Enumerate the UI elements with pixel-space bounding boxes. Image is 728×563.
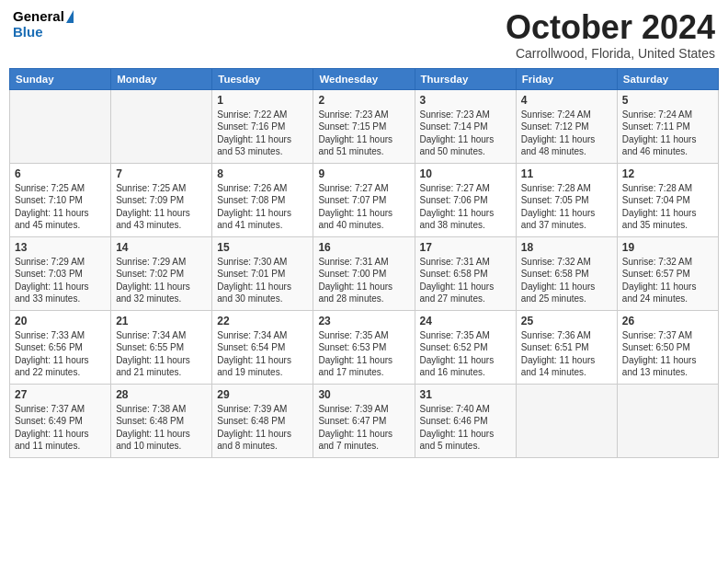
cell-details: Sunrise: 7:35 AMSunset: 6:53 PMDaylight:… (318, 329, 409, 379)
page-header: General Blue October 2024 Carrollwood, F… (9, 9, 719, 61)
cell-details: Sunrise: 7:23 AMSunset: 7:15 PMDaylight:… (318, 109, 409, 158)
day-number: 26 (622, 315, 713, 327)
calendar-week-row: 1Sunrise: 7:22 AMSunset: 7:16 PMDaylight… (10, 89, 719, 163)
calendar-cell: 30Sunrise: 7:39 AMSunset: 6:47 PMDayligh… (313, 384, 415, 457)
cell-details: Sunrise: 7:25 AMSunset: 7:09 PMDaylight:… (116, 182, 207, 232)
month-title: October 2024 (506, 9, 715, 46)
cell-details: Sunrise: 7:28 AMSunset: 7:04 PMDaylight:… (622, 182, 713, 232)
day-number: 14 (116, 241, 207, 254)
cell-details: Sunrise: 7:32 AMSunset: 6:57 PMDaylight:… (622, 256, 713, 305)
location-text: Carrollwood, Florida, United States (506, 46, 715, 61)
day-number: 27 (15, 388, 106, 401)
calendar-table: Sunday Monday Tuesday Wednesday Thursday… (9, 68, 719, 458)
col-sunday: Sunday (10, 68, 111, 89)
col-friday: Friday (516, 68, 617, 89)
day-number: 18 (521, 241, 612, 254)
cell-details: Sunrise: 7:29 AMSunset: 7:03 PMDaylight:… (15, 256, 106, 305)
day-number: 10 (420, 167, 511, 180)
calendar-cell: 9Sunrise: 7:27 AMSunset: 7:07 PMDaylight… (313, 163, 415, 236)
calendar-cell (10, 89, 111, 163)
cell-details: Sunrise: 7:39 AMSunset: 6:48 PMDaylight:… (217, 403, 308, 453)
day-number: 30 (318, 388, 409, 401)
day-number: 12 (622, 167, 713, 180)
cell-details: Sunrise: 7:34 AMSunset: 6:55 PMDaylight:… (116, 329, 207, 379)
calendar-cell: 8Sunrise: 7:26 AMSunset: 7:08 PMDaylight… (212, 163, 313, 236)
calendar-cell (516, 384, 617, 457)
calendar-cell (111, 89, 212, 163)
calendar-cell: 5Sunrise: 7:24 AMSunset: 7:11 PMDaylight… (617, 89, 718, 163)
logo-blue-text: Blue (13, 25, 74, 40)
day-number: 9 (318, 167, 409, 180)
cell-details: Sunrise: 7:31 AMSunset: 6:58 PMDaylight:… (420, 256, 511, 305)
day-number: 8 (217, 167, 308, 180)
cell-details: Sunrise: 7:26 AMSunset: 7:08 PMDaylight:… (217, 182, 308, 232)
day-number: 6 (15, 167, 106, 180)
calendar-cell: 17Sunrise: 7:31 AMSunset: 6:58 PMDayligh… (415, 236, 516, 310)
day-number: 15 (217, 241, 308, 254)
day-number: 3 (420, 94, 511, 107)
cell-details: Sunrise: 7:22 AMSunset: 7:16 PMDaylight:… (217, 109, 308, 158)
calendar-cell: 11Sunrise: 7:28 AMSunset: 7:05 PMDayligh… (516, 163, 617, 236)
calendar-cell: 24Sunrise: 7:35 AMSunset: 6:52 PMDayligh… (415, 310, 516, 384)
day-number: 7 (116, 167, 207, 180)
cell-details: Sunrise: 7:34 AMSunset: 6:54 PMDaylight:… (217, 329, 308, 379)
calendar-header: Sunday Monday Tuesday Wednesday Thursday… (10, 68, 719, 89)
calendar-cell: 18Sunrise: 7:32 AMSunset: 6:58 PMDayligh… (516, 236, 617, 310)
cell-details: Sunrise: 7:25 AMSunset: 7:10 PMDaylight:… (15, 182, 106, 232)
day-number: 20 (15, 315, 106, 327)
calendar-cell (617, 384, 718, 457)
calendar-cell: 13Sunrise: 7:29 AMSunset: 7:03 PMDayligh… (10, 236, 111, 310)
day-number: 2 (318, 94, 409, 107)
calendar-cell: 7Sunrise: 7:25 AMSunset: 7:09 PMDaylight… (111, 163, 212, 236)
day-number: 5 (622, 94, 713, 107)
day-number: 22 (217, 315, 308, 327)
calendar-cell: 16Sunrise: 7:31 AMSunset: 7:00 PMDayligh… (313, 236, 415, 310)
cell-details: Sunrise: 7:33 AMSunset: 6:56 PMDaylight:… (15, 329, 106, 379)
logo: General Blue (13, 9, 74, 40)
cell-details: Sunrise: 7:24 AMSunset: 7:11 PMDaylight:… (622, 109, 713, 158)
col-thursday: Thursday (415, 68, 516, 89)
cell-details: Sunrise: 7:28 AMSunset: 7:05 PMDaylight:… (521, 182, 612, 232)
cell-details: Sunrise: 7:31 AMSunset: 7:00 PMDaylight:… (318, 256, 409, 305)
calendar-cell: 4Sunrise: 7:24 AMSunset: 7:12 PMDaylight… (516, 89, 617, 163)
day-number: 29 (217, 388, 308, 401)
cell-details: Sunrise: 7:32 AMSunset: 6:58 PMDaylight:… (521, 256, 612, 305)
day-number: 1 (217, 94, 308, 107)
day-number: 24 (420, 315, 511, 327)
cell-details: Sunrise: 7:35 AMSunset: 6:52 PMDaylight:… (420, 329, 511, 379)
cell-details: Sunrise: 7:30 AMSunset: 7:01 PMDaylight:… (217, 256, 308, 305)
cell-details: Sunrise: 7:29 AMSunset: 7:02 PMDaylight:… (116, 256, 207, 305)
logo-triangle-icon (66, 10, 74, 23)
calendar-cell: 28Sunrise: 7:38 AMSunset: 6:48 PMDayligh… (111, 384, 212, 457)
day-number: 31 (420, 388, 511, 401)
calendar-cell: 2Sunrise: 7:23 AMSunset: 7:15 PMDaylight… (313, 89, 415, 163)
day-number: 28 (116, 388, 207, 401)
col-saturday: Saturday (617, 68, 718, 89)
calendar-cell: 3Sunrise: 7:23 AMSunset: 7:14 PMDaylight… (415, 89, 516, 163)
calendar-body: 1Sunrise: 7:22 AMSunset: 7:16 PMDaylight… (10, 89, 719, 457)
calendar-cell: 21Sunrise: 7:34 AMSunset: 6:55 PMDayligh… (111, 310, 212, 384)
cell-details: Sunrise: 7:24 AMSunset: 7:12 PMDaylight:… (521, 109, 612, 158)
calendar-cell: 23Sunrise: 7:35 AMSunset: 6:53 PMDayligh… (313, 310, 415, 384)
calendar-week-row: 27Sunrise: 7:37 AMSunset: 6:49 PMDayligh… (10, 384, 719, 457)
day-number: 23 (318, 315, 409, 327)
day-number: 11 (521, 167, 612, 180)
calendar-cell: 22Sunrise: 7:34 AMSunset: 6:54 PMDayligh… (212, 310, 313, 384)
calendar-week-row: 6Sunrise: 7:25 AMSunset: 7:10 PMDaylight… (10, 163, 719, 236)
calendar-cell: 10Sunrise: 7:27 AMSunset: 7:06 PMDayligh… (415, 163, 516, 236)
calendar-cell: 19Sunrise: 7:32 AMSunset: 6:57 PMDayligh… (617, 236, 718, 310)
col-wednesday: Wednesday (313, 68, 415, 89)
cell-details: Sunrise: 7:40 AMSunset: 6:46 PMDaylight:… (420, 403, 511, 453)
logo-general-text: General (13, 9, 64, 25)
calendar-cell: 14Sunrise: 7:29 AMSunset: 7:02 PMDayligh… (111, 236, 212, 310)
calendar-cell: 26Sunrise: 7:37 AMSunset: 6:50 PMDayligh… (617, 310, 718, 384)
col-tuesday: Tuesday (212, 68, 313, 89)
calendar-cell: 12Sunrise: 7:28 AMSunset: 7:04 PMDayligh… (617, 163, 718, 236)
calendar-cell: 25Sunrise: 7:36 AMSunset: 6:51 PMDayligh… (516, 310, 617, 384)
cell-details: Sunrise: 7:39 AMSunset: 6:47 PMDaylight:… (318, 403, 409, 453)
calendar-cell: 1Sunrise: 7:22 AMSunset: 7:16 PMDaylight… (212, 89, 313, 163)
cell-details: Sunrise: 7:37 AMSunset: 6:50 PMDaylight:… (622, 329, 713, 379)
day-number: 13 (15, 241, 106, 254)
header-row: Sunday Monday Tuesday Wednesday Thursday… (10, 68, 719, 89)
col-monday: Monday (111, 68, 212, 89)
